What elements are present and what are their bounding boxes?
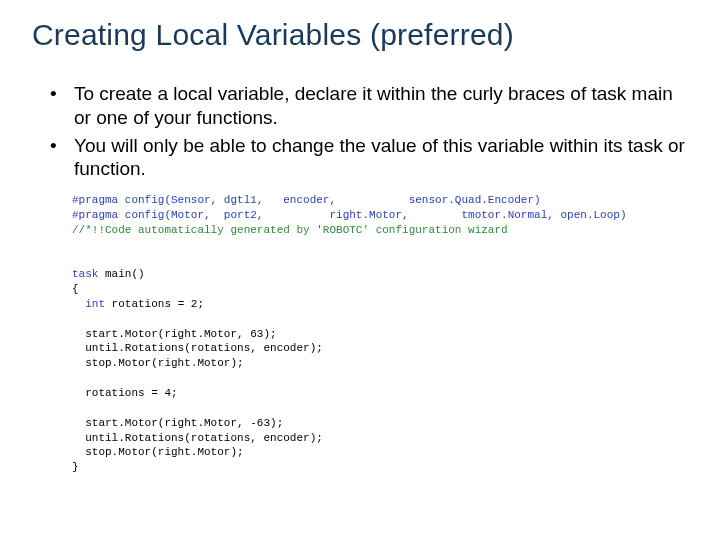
code-keyword: task	[72, 268, 98, 280]
code-keyword: int	[72, 298, 105, 310]
code-line: until.Rotations(rotations, encoder);	[72, 342, 323, 354]
bullet-item: You will only be able to change the valu…	[32, 134, 688, 182]
code-line: start.Motor(right.Motor, 63);	[72, 328, 277, 340]
code-line: }	[72, 461, 79, 473]
bullet-list: To create a local variable, declare it w…	[32, 82, 688, 181]
code-sample: #pragma config(Sensor, dgtl1, encoder, s…	[72, 193, 688, 475]
bullet-item: To create a local variable, declare it w…	[32, 82, 688, 130]
code-line: main()	[98, 268, 144, 280]
code-line: rotations = 4;	[72, 387, 178, 399]
code-line: {	[72, 283, 79, 295]
code-line: start.Motor(right.Motor, -63);	[72, 417, 283, 429]
slide-title: Creating Local Variables (preferred)	[32, 18, 688, 52]
code-line: #pragma config(Motor, port2, right.Motor…	[72, 209, 627, 221]
code-line: stop.Motor(right.Motor);	[72, 357, 244, 369]
code-comment: //*!!Code automatically generated by 'RO…	[72, 224, 508, 236]
code-line: until.Rotations(rotations, encoder);	[72, 432, 323, 444]
code-line: rotations = 2;	[105, 298, 204, 310]
code-line: stop.Motor(right.Motor);	[72, 446, 244, 458]
code-line: #pragma config(Sensor, dgtl1, encoder, s…	[72, 194, 541, 206]
